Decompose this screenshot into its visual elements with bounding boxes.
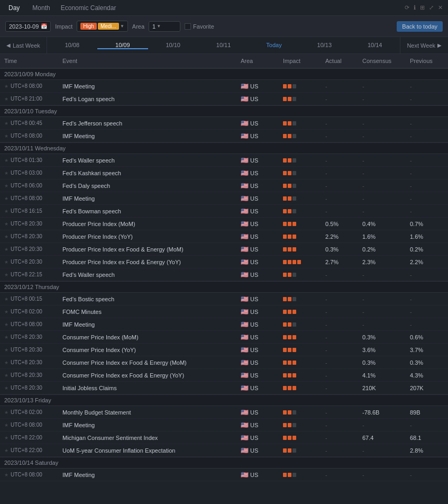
star-icon[interactable]: ★ (4, 170, 8, 176)
star-icon[interactable]: ★ (4, 410, 8, 415)
star-icon[interactable]: ★ (4, 373, 8, 378)
star-icon[interactable]: ★ (4, 196, 8, 201)
refresh-icon[interactable]: ⟳ (405, 4, 409, 11)
star-icon[interactable]: ★ (4, 296, 8, 302)
table-row: ★UTC+8 22:15 Fed's Waller speech 🇺🇸US - … (0, 268, 448, 281)
star-icon[interactable]: ★ (4, 335, 8, 340)
col-area: Area (236, 56, 279, 66)
area-chevron: ▼ (157, 24, 161, 29)
col-event: Event (58, 56, 236, 66)
table-row: ★UTC+8 00:45 Fed's Jefferson speech 🇺🇸US… (0, 117, 448, 130)
tab-day[interactable]: Day (5, 3, 23, 13)
star-icon[interactable]: ★ (4, 422, 8, 428)
star-icon[interactable]: ★ (4, 385, 8, 391)
table-row: ★UTC+8 08:00 IMF Meeting 🇺🇸US - - - (0, 192, 448, 205)
star-icon[interactable]: ★ (4, 360, 8, 365)
high-pill: High (80, 23, 97, 30)
area-value: 1 (152, 23, 156, 30)
prev-label: Last Week (13, 42, 40, 49)
section-header-1013: 2023/10/13 Friday (0, 394, 448, 406)
table-row: ★UTC+8 20:30 Initial Jobless Claims 🇺🇸US… (0, 382, 448, 394)
date-tab-1009[interactable]: 10/09 (97, 42, 148, 49)
table-row: ★ UTC+8 21:00 Fed's Logan speech 🇺🇸US - … (0, 93, 448, 105)
event-name: IMF Meeting (58, 82, 236, 91)
grid-icon[interactable]: ⊞ (420, 4, 425, 11)
star-icon[interactable]: ★ (4, 183, 8, 188)
star-icon[interactable]: ★ (4, 121, 8, 126)
close-icon[interactable]: ✕ (438, 4, 443, 11)
prev-week-button[interactable]: ◀ Last Week (0, 37, 47, 53)
table-row: ★UTC+8 20:30 Producer Price Index ex Foo… (0, 243, 448, 256)
section-header-1012: 2023/10/12 Thursday (0, 281, 448, 293)
star-icon[interactable]: ★ (4, 272, 8, 277)
date-tab-1010[interactable]: 10/10 (148, 42, 198, 49)
table-row: ★UTC+8 08:00 IMF Meeting 🇺🇸US - - - (0, 419, 448, 431)
date-tab-1011[interactable]: 10/11 (198, 42, 249, 49)
impact-dropdown[interactable]: High Medi... ▼ (77, 21, 128, 32)
toolbar: 2023-10-09 📅 Impact High Medi... ▼ Area … (0, 16, 448, 37)
date-picker[interactable]: 2023-10-09 📅 (5, 21, 51, 32)
table-row: ★UTC+8 20:30 Producer Price Index (YoY) … (0, 230, 448, 243)
star-icon[interactable]: ★ (4, 448, 8, 453)
date-tab-1013[interactable]: 10/13 (299, 42, 350, 49)
section-header-1010: 2023/10/10 Tuesday (0, 105, 448, 117)
area-us: 🇺🇸US (236, 94, 279, 104)
col-actual: Actual (321, 56, 358, 66)
star-icon[interactable]: ★ (4, 209, 8, 214)
star-icon[interactable]: ★ (4, 435, 8, 440)
table-row: ★UTC+8 20:30 Producer Price Index ex Foo… (0, 256, 448, 268)
star-icon[interactable]: ★ (4, 347, 8, 353)
next-week-button[interactable]: Next Week ▶ (400, 37, 448, 53)
table-row: ★UTC+8 20:30 Consumer Price Index (MoM) … (0, 331, 448, 344)
star-icon[interactable]: ★ (4, 234, 8, 239)
star-icon[interactable]: ★ (4, 133, 8, 139)
table-row: ★ UTC+8 08:00 IMF Meeting 🇺🇸US - - - (0, 80, 448, 93)
star-icon[interactable]: ★ (4, 259, 8, 265)
star-icon[interactable]: ★ (4, 84, 8, 89)
table-row: ★UTC+8 08:00 IMF Meeting 🇺🇸US - - - (0, 318, 448, 331)
table-row: ★UTC+8 20:30 Consumer Price Index ex Foo… (0, 369, 448, 382)
section-header-1009: 2023/10/09 Monday (0, 68, 448, 80)
date-tab-1008[interactable]: 10/08 (47, 42, 97, 49)
section-header-1014: 2023/10/14 Saturday (0, 457, 448, 469)
star-icon[interactable]: ★ (4, 247, 8, 252)
med-pill: Medi... (98, 23, 119, 30)
star-icon[interactable]: ★ (4, 322, 8, 327)
table-row: ★UTC+8 20:30 Producer Price Index (MoM) … (0, 218, 448, 230)
table-row: ★UTC+8 02:00 FOMC Minutes 🇺🇸US - - - (0, 305, 448, 318)
star-icon[interactable]: ★ (4, 472, 8, 478)
impact-indicator (279, 83, 321, 90)
star-icon[interactable]: ★ (4, 221, 8, 227)
col-previous: Previous (406, 56, 448, 66)
tab-month[interactable]: Month (29, 3, 53, 13)
table-row: ★UTC+8 08:00 IMF Meeting 🇺🇸US - - - (0, 130, 448, 142)
date-tabs: 10/08 10/09 10/10 10/11 Today 10/13 10/1… (47, 42, 400, 49)
table-row: ★UTC+8 22:00 Michigan Consumer Sentiment… (0, 431, 448, 444)
event-name: Fed's Jefferson speech (58, 119, 236, 128)
back-today-button[interactable]: Back to today (397, 21, 443, 32)
favorite-label: Favorite (193, 23, 214, 30)
star-icon[interactable]: ★ (4, 309, 8, 314)
table-header: Time Event Area Impact Actual Consensus … (0, 54, 448, 68)
favorite-checkbox[interactable]: Favorite (185, 23, 214, 30)
impact-indicator (279, 95, 321, 103)
table-row: ★UTC+8 00:15 Fed's Bostic speech 🇺🇸US - … (0, 293, 448, 305)
date-navigation: ◀ Last Week 10/08 10/09 10/10 10/11 Toda… (0, 37, 448, 54)
table-body: 2023/10/09 Monday ★ UTC+8 08:00 IMF Meet… (0, 68, 448, 504)
area-dropdown[interactable]: 1 ▼ (149, 21, 180, 32)
expand-icon[interactable]: ⤢ (429, 4, 434, 11)
col-consensus: Consensus (358, 56, 406, 66)
info-icon[interactable]: ℹ (414, 4, 416, 11)
app-title: Economic Calendar (61, 4, 116, 12)
impact-label: Impact (55, 23, 72, 30)
date-tab-1014[interactable]: 10/14 (350, 42, 400, 49)
col-time: Time (0, 56, 58, 66)
date-tab-today[interactable]: Today (249, 42, 299, 49)
title-bar: Day Month Economic Calendar ⟳ ℹ ⊞ ⤢ ✕ (0, 0, 448, 16)
check-box[interactable] (185, 23, 191, 30)
table-row: ★UTC+8 08:00 IMF Meeting 🇺🇸US - - - (0, 469, 448, 481)
star-icon[interactable]: ★ (4, 158, 8, 163)
right-arrow-icon: ▶ (437, 42, 442, 48)
star-icon[interactable]: ★ (4, 96, 8, 102)
date-value: 2023-10-09 (9, 23, 39, 30)
